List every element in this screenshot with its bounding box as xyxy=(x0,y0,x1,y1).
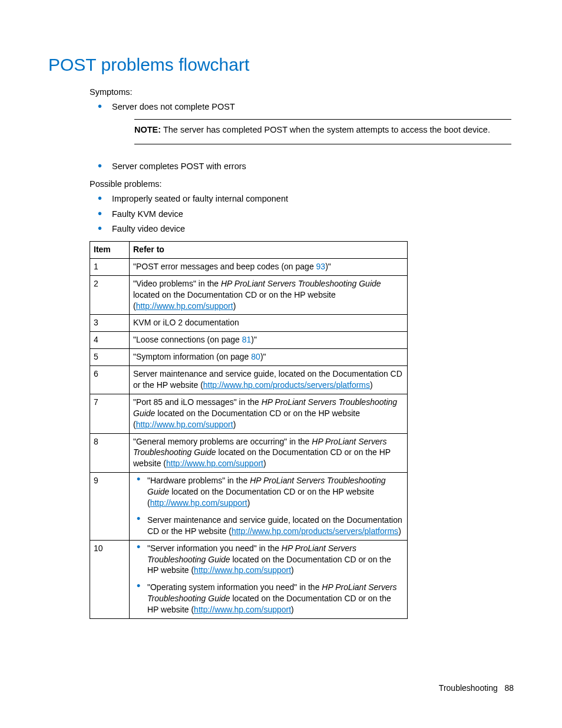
cell-bullet: "Server information you need" in the HP … xyxy=(133,543,404,577)
cell-refer: KVM or iLO 2 documentation xyxy=(130,315,408,332)
col-refer: Refer to xyxy=(130,242,408,259)
cell-refer: "Symptom information (on page 80)" xyxy=(130,349,408,366)
problem-item: Improperly seated or faulty internal com… xyxy=(90,193,514,205)
symptom-text: Server does not complete POST xyxy=(112,102,235,111)
note-block: NOTE: The server has completed POST when… xyxy=(134,119,511,145)
col-item: Item xyxy=(90,242,130,259)
cell-refer: "Port 85 and iLO messages" in the HP Pro… xyxy=(130,394,408,433)
cell-item: 6 xyxy=(90,366,130,394)
cell-bullet: "Operating system information you need" … xyxy=(133,582,404,615)
symptom-item: Server completes POST with errors xyxy=(90,161,514,173)
table-row: 8 "General memory problems are occurring… xyxy=(90,433,408,473)
reference-table: Item Refer to 1 "POST error messages and… xyxy=(90,241,408,619)
cell-item: 8 xyxy=(90,433,130,473)
table-row: 6 Server maintenance and service guide, … xyxy=(90,366,408,394)
page-ref[interactable]: 81 xyxy=(242,335,252,344)
support-link[interactable]: http://www.hp.com/support xyxy=(136,301,233,311)
page-ref[interactable]: 80 xyxy=(251,352,260,361)
problem-item: Faulty KVM device xyxy=(90,209,514,220)
cell-item: 9 xyxy=(90,473,130,540)
problems-label: Possible problems: xyxy=(90,179,514,190)
cell-refer: "POST error messages and beep codes (on … xyxy=(130,258,408,275)
support-link[interactable]: http://www.hp.com/support xyxy=(194,605,291,614)
symptoms-label: Symptoms: xyxy=(90,87,514,98)
cell-refer: "General memory problems are occurring" … xyxy=(130,433,408,473)
table-row: 4 "Loose connections (on page 81)" xyxy=(90,332,408,349)
cell-item: 2 xyxy=(90,275,130,315)
cell-bullet: "Hardware problems" in the HP ProLiant S… xyxy=(133,475,404,509)
problem-item: Faulty video device xyxy=(90,223,514,235)
cell-item: 1 xyxy=(90,258,130,275)
cell-refer: "Video problems" in the HP ProLiant Serv… xyxy=(130,275,408,315)
table-row: 5 "Symptom information (on page 80)" xyxy=(90,349,408,366)
symptom-item: Server does not complete POST NOTE: The … xyxy=(90,101,514,144)
cell-refer: "Loose connections (on page 81)" xyxy=(130,332,408,349)
cell-refer: "Server information you need" in the HP … xyxy=(130,540,408,618)
cell-refer: Server maintenance and service guide, lo… xyxy=(130,366,408,394)
note-prefix: NOTE: xyxy=(134,125,161,134)
cell-refer: "Hardware problems" in the HP ProLiant S… xyxy=(130,473,408,540)
cell-bullet: Server maintenance and service guide, lo… xyxy=(133,515,404,537)
platforms-link[interactable]: http://www.hp.com/products/servers/platf… xyxy=(232,526,398,536)
support-link[interactable]: http://www.hp.com/support xyxy=(136,420,233,429)
table-row: 9 "Hardware problems" in the HP ProLiant… xyxy=(90,473,408,540)
table-header-row: Item Refer to xyxy=(90,242,408,259)
table-row: 2 "Video problems" in the HP ProLiant Se… xyxy=(90,275,408,315)
note-text: The server has completed POST when the s… xyxy=(161,125,490,134)
table-row: 7 "Port 85 and iLO messages" in the HP P… xyxy=(90,394,408,433)
page-ref[interactable]: 93 xyxy=(316,262,326,271)
cell-item: 4 xyxy=(90,332,130,349)
support-link[interactable]: http://www.hp.com/support xyxy=(194,565,291,575)
support-link[interactable]: http://www.hp.com/support xyxy=(166,459,263,468)
table-row: 1 "POST error messages and beep codes (o… xyxy=(90,258,408,275)
cell-item: 3 xyxy=(90,315,130,332)
support-link[interactable]: http://www.hp.com/support xyxy=(150,498,247,508)
platforms-link[interactable]: http://www.hp.com/products/servers/platf… xyxy=(203,380,370,390)
cell-item: 7 xyxy=(90,394,130,433)
cell-item: 10 xyxy=(90,540,130,618)
table-row: 3 KVM or iLO 2 documentation xyxy=(90,315,408,332)
cell-item: 5 xyxy=(90,349,130,366)
table-row: 10 "Server information you need" in the … xyxy=(90,540,408,618)
page-heading: POST problems flowchart xyxy=(48,53,514,77)
